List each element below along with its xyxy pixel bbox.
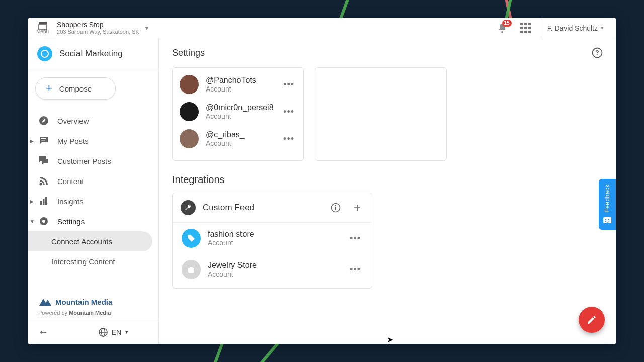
wrench-icon [181,200,196,215]
plus-icon: + [46,82,52,95]
help-button[interactable]: ? [592,47,603,58]
sidebar-footer: ← EN ▾ [28,320,158,344]
avatar [180,75,199,94]
chevron-down-icon[interactable]: ▾ [145,25,148,32]
svg-rect-9 [43,199,45,205]
chat-icon [38,136,49,146]
sidebar-item-overview[interactable]: Overview [34,111,152,131]
sidebar-sub-interesting-content[interactable]: Interesting Content [28,251,152,272]
location-selector[interactable]: Shoppers Stop 203 Salloum Way, Saskatoon… [57,21,139,35]
svg-text:?: ? [595,49,599,56]
account-name: @PanchoTots [206,76,274,85]
menu-label: Menu [36,29,49,34]
gear-icon [38,216,49,226]
more-button[interactable]: ••• [281,77,296,92]
integration-name: Jewelry Store [208,261,341,270]
compose-label: Compose [59,84,92,93]
avatar [180,129,199,148]
partner-branding: Mountain Media Powered by Mountain Media [28,290,158,320]
apps-button[interactable] [515,23,536,33]
sidebar-item-insights[interactable]: ▶Insights [34,191,152,211]
svg-rect-5 [41,138,46,139]
sidebar-item-content[interactable]: Content [34,171,152,191]
integration-title: Custom Feed [203,203,320,213]
tag-icon [187,234,196,243]
svg-point-19 [335,205,336,206]
fab-compose[interactable] [579,307,605,333]
more-button[interactable]: ••• [348,262,363,277]
menu-button[interactable]: Menu [33,22,52,34]
svg-point-24 [605,219,606,220]
account-row: @PanchoTotsAccount ••• [173,71,303,98]
account-name: @0micr0n_persei8 [206,103,274,112]
info-button[interactable] [328,203,344,213]
avatar [180,102,199,121]
avatar [182,260,201,279]
mountain-icon [38,297,53,307]
expand-icon: ▶ [30,199,34,204]
page-header: Settings ? [159,38,616,67]
integration-header: Custom Feed + [173,193,372,223]
svg-point-7 [40,183,42,186]
collapse-icon: ▼ [30,219,35,224]
forum-icon [38,156,49,166]
integration-type: Account [208,239,341,247]
account-type: Account [206,85,274,93]
svg-rect-21 [188,268,194,273]
social-marketing-icon [37,46,52,61]
add-button[interactable]: + [351,201,364,215]
sidebar-sub-connect-accounts[interactable]: Connect Accounts [28,231,152,251]
svg-point-25 [608,219,609,220]
cursor-icon: ➤ [387,335,393,344]
chevron-down-icon: ▾ [601,25,604,31]
sidebar-item-customer-posts[interactable]: Customer Posts [34,151,152,171]
page-title: Settings [172,48,205,58]
more-button[interactable]: ••• [281,132,296,146]
pencil-icon [586,314,597,325]
accounts-card: @PanchoTotsAccount ••• @0micr0n_persei8A… [172,67,304,161]
compose-button[interactable]: + Compose [35,77,116,100]
integration-type: Account [208,270,341,278]
account-type: Account [206,112,274,120]
info-icon [331,203,341,213]
location-address: 203 Salloum Way, Saskatoon, SK [57,29,139,35]
user-menu[interactable]: F. David Schultz ▾ [540,18,611,38]
svg-point-3 [41,50,48,57]
sidebar-item-settings[interactable]: ▼Settings [34,211,152,231]
insights-icon [38,196,49,206]
back-button[interactable]: ← [38,326,48,338]
language-selector[interactable]: EN ▾ [99,328,128,337]
sidebar-item-my-posts[interactable]: ▶My Posts [34,131,152,151]
svg-rect-6 [41,140,45,141]
avatar [182,229,201,248]
location-name: Shoppers Stop [57,21,139,29]
account-row: @0micr0n_persei8Account ••• [173,98,303,125]
main-content: Settings ? @PanchoTotsAccount ••• @0micr… [159,38,616,344]
app-window: Menu Shoppers Stop 203 Salloum Way, Sask… [28,18,616,344]
compass-icon [38,116,49,126]
topbar: Menu Shoppers Stop 203 Salloum Way, Sask… [28,18,616,38]
svg-point-12 [42,220,45,223]
notifications-button[interactable]: 15 [493,23,511,34]
svg-rect-0 [39,22,47,24]
integrations-card: Custom Feed + fashion storeAccount ••• J… [172,193,372,289]
user-name: F. David Schultz [547,24,598,32]
chevron-down-icon: ▾ [125,329,128,335]
more-button[interactable]: ••• [281,105,296,119]
rss-icon [38,176,49,186]
product-brand: Social Marketing [28,38,158,69]
feedback-tab[interactable]: Feedback [599,179,616,230]
svg-rect-20 [335,207,336,210]
bag-icon [187,265,196,274]
account-row: @c_ribas_Account ••• [173,125,303,152]
svg-rect-10 [45,197,47,205]
account-type: Account [206,139,274,147]
sidebar: Social Marketing + Compose Overview ▶My … [28,38,159,344]
more-button[interactable]: ••• [348,231,363,246]
feedback-label: Feedback [604,184,611,213]
integration-row: Jewelry StoreAccount ••• [173,254,372,288]
help-icon: ? [592,47,603,58]
svg-rect-22 [190,267,193,268]
globe-icon [99,328,108,337]
expand-icon: ▶ [30,138,34,144]
